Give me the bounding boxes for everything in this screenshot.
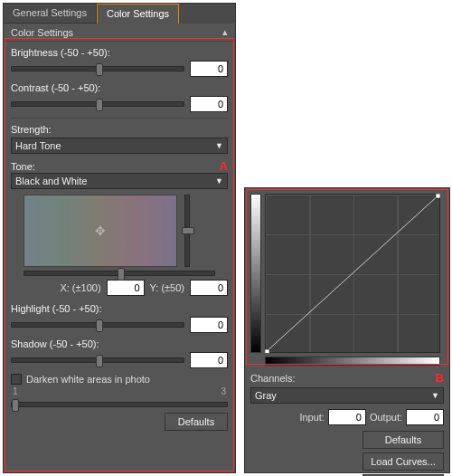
svg-line-0 [265, 194, 440, 353]
chevron-down-icon: ▼ [215, 141, 223, 150]
shadow-slider[interactable] [11, 357, 184, 363]
shadow-label: Shadow (-50 - +50): [11, 338, 228, 349]
darken-slider[interactable] [11, 402, 228, 407]
highlight-slider[interactable] [11, 322, 184, 328]
x-label: X: (±100) [60, 282, 100, 293]
tone-marker-a-icon: A [220, 159, 228, 173]
tab-general-settings[interactable]: General Settings [4, 4, 97, 24]
chevron-down-icon: ▼ [215, 176, 223, 186]
panel-body: Brightness (-50 - +50): Contrast (-50 - … [4, 42, 235, 434]
collapse-icon[interactable]: ▴ [222, 26, 228, 38]
y-input[interactable] [190, 280, 228, 296]
highlight-label: Highlight (-50 - +50): [11, 303, 228, 314]
section-header[interactable]: Color Settings ▴ [4, 24, 235, 42]
highlight-input[interactable] [190, 317, 228, 333]
tab-color-settings[interactable]: Color Settings [97, 4, 179, 24]
strength-select[interactable]: Hard Tone ▼ [11, 138, 228, 154]
strength-value: Hard Tone [15, 140, 61, 151]
darken-checkbox[interactable] [11, 374, 22, 385]
shadow-input[interactable] [190, 352, 228, 368]
curves-defaults-button[interactable]: Defaults [363, 431, 444, 449]
svg-rect-2 [436, 194, 440, 198]
crosshair-icon: ✥ [95, 224, 106, 238]
brightness-label: Brightness (-50 - +50): [11, 47, 228, 58]
strength-label: Strength: [11, 124, 228, 135]
channels-marker-b-icon: B [436, 371, 444, 385]
color-settings-panel: General Settings Color Settings Color Se… [3, 3, 236, 473]
tone-horizontal-slider[interactable] [24, 271, 215, 276]
svg-rect-1 [265, 349, 269, 353]
tone-value: Black and White [15, 176, 87, 186]
load-curves-button[interactable]: Load Curves... [363, 452, 444, 471]
contrast-input[interactable] [190, 96, 228, 112]
channels-select[interactable]: Gray ▼ [250, 387, 444, 404]
tone-select[interactable]: Black and White ▼ [11, 173, 228, 189]
tab-bar: General Settings Color Settings [4, 4, 235, 24]
channels-label: Channels: [250, 373, 296, 384]
curve-output-field[interactable] [406, 409, 444, 425]
darken-label: Darken white areas in photo [26, 374, 150, 385]
y-label: Y: (±50) [150, 282, 184, 293]
curve-line[interactable] [265, 194, 440, 353]
brightness-input[interactable] [190, 61, 228, 77]
curve-input-field[interactable] [328, 409, 366, 425]
input-label: Input: [299, 412, 325, 423]
scale-3: 3 [221, 386, 226, 396]
defaults-button[interactable]: Defaults [165, 413, 228, 431]
curve-area [250, 194, 442, 366]
chevron-down-icon: ▼ [431, 391, 439, 400]
y-gradient-strip [250, 194, 261, 353]
x-gradient-strip [265, 357, 440, 366]
tone-label: Tone: [11, 161, 35, 172]
brightness-slider[interactable] [11, 66, 184, 71]
tone-vertical-slider[interactable] [184, 195, 190, 267]
x-input[interactable] [107, 280, 145, 296]
curves-panel: Channels: B Gray ▼ Input: Output: Defaul… [244, 187, 450, 473]
scale-1: 1 [13, 386, 18, 396]
tone-picker[interactable]: ✥ [24, 195, 177, 267]
output-label: Output: [370, 412, 402, 423]
contrast-slider[interactable] [11, 101, 184, 107]
contrast-label: Contrast (-50 - +50): [11, 82, 228, 93]
section-title: Color Settings [11, 27, 73, 38]
channels-value: Gray [255, 390, 277, 401]
